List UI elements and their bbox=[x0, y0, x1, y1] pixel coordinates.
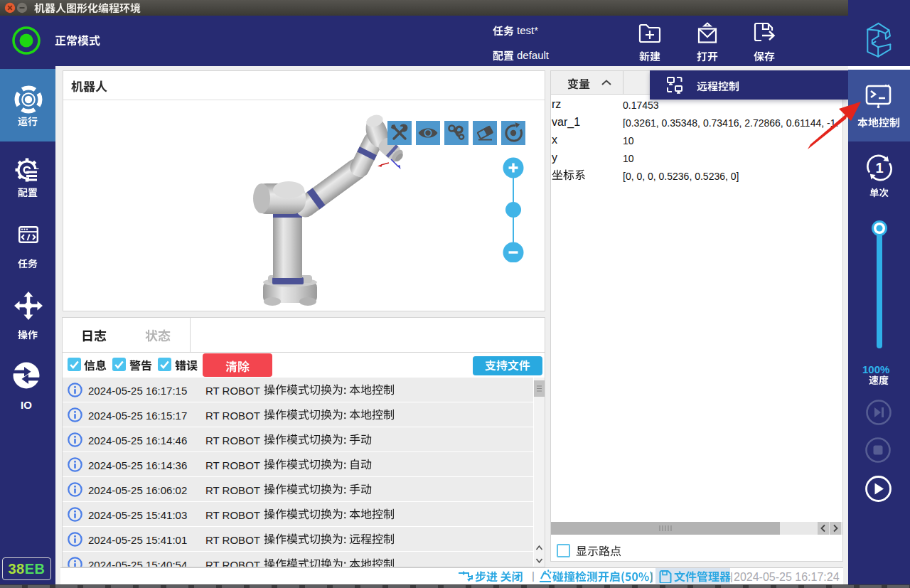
svg-text:1: 1 bbox=[875, 160, 883, 176]
